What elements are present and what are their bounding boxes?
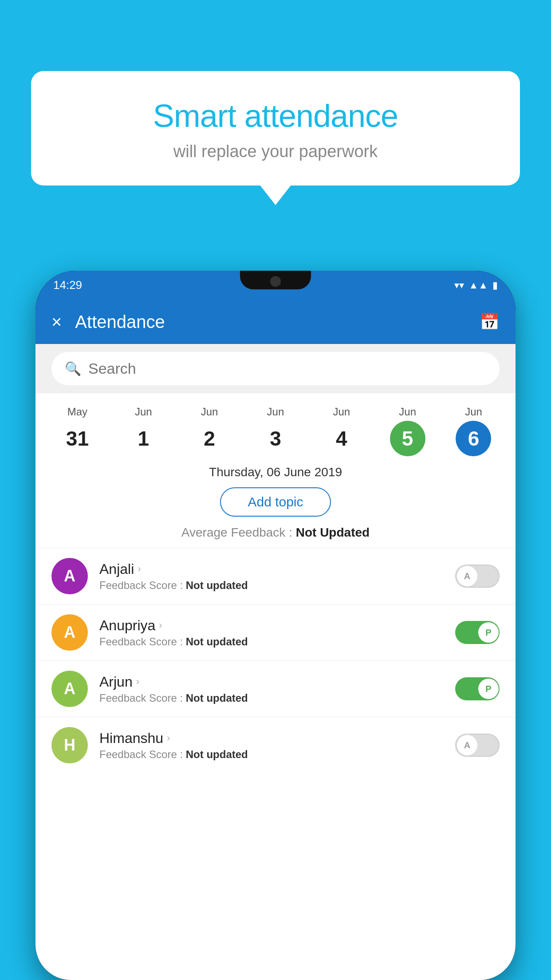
date-month: Jun <box>201 406 218 418</box>
attendance-toggle[interactable]: A <box>455 565 500 588</box>
student-name: Anjali› <box>99 561 455 577</box>
student-name-text: Anupriya <box>99 617 155 634</box>
phone-shell: 14:29 ▾▾ ▲▲ ▮ × Attendance 📅 🔍 May31Jun1… <box>35 271 516 980</box>
avg-feedback: Average Feedback : Not Updated <box>35 526 516 548</box>
date-cell[interactable]: Jun6 <box>456 406 491 456</box>
student-info: Himanshu›Feedback Score : Not updated <box>99 730 455 761</box>
student-name: Himanshu› <box>99 730 455 747</box>
attendance-toggle[interactable]: P <box>455 677 500 700</box>
app-bar: × Attendance 📅 <box>35 300 516 344</box>
date-number[interactable]: 2 <box>192 421 227 456</box>
selected-date-label: Thursday, 06 June 2019 <box>35 461 516 487</box>
add-topic-button[interactable]: Add topic <box>220 487 331 517</box>
avg-feedback-label: Average Feedback : <box>181 526 296 539</box>
date-month: Jun <box>267 406 284 418</box>
chevron-right-icon: › <box>159 620 162 631</box>
date-cell[interactable]: May31 <box>59 406 95 456</box>
student-item[interactable]: AAnupriya›Feedback Score : Not updatedP <box>35 604 516 660</box>
phone-notch <box>240 271 311 289</box>
student-item[interactable]: AArjun›Feedback Score : Not updatedP <box>35 660 516 717</box>
student-name: Anupriya› <box>99 617 455 634</box>
date-number[interactable]: 1 <box>126 421 161 456</box>
student-avatar: A <box>51 671 88 707</box>
toggle-knob: A <box>457 566 477 586</box>
avg-feedback-value: Not Updated <box>296 526 370 539</box>
date-month: Jun <box>135 406 152 418</box>
chevron-right-icon: › <box>167 732 170 744</box>
toggle-knob: P <box>478 679 499 699</box>
signal-icon: ▲▲ <box>468 280 488 291</box>
attendance-toggle[interactable]: P <box>455 621 500 644</box>
calendar-icon[interactable]: 📅 <box>480 312 500 331</box>
student-feedback: Feedback Score : Not updated <box>99 748 455 761</box>
student-name-text: Anjali <box>99 561 134 577</box>
date-number[interactable]: 3 <box>258 421 293 456</box>
close-button[interactable]: × <box>51 312 62 332</box>
date-month: Jun <box>333 406 350 418</box>
speech-bubble-subtitle: will replace your paperwork <box>53 142 498 161</box>
student-item[interactable]: AAnjali›Feedback Score : Not updatedA <box>35 548 516 604</box>
search-icon: 🔍 <box>65 361 81 376</box>
student-info: Anjali›Feedback Score : Not updated <box>99 561 455 592</box>
student-feedback: Feedback Score : Not updated <box>99 579 455 592</box>
date-month: Jun <box>399 406 416 418</box>
chevron-right-icon: › <box>138 563 141 575</box>
toggle-knob: A <box>457 735 477 755</box>
phone-screen: 🔍 May31Jun1Jun2Jun3Jun4Jun5Jun6 Thursday… <box>35 344 516 980</box>
date-cell[interactable]: Jun4 <box>324 406 359 456</box>
student-list: AAnjali›Feedback Score : Not updatedAAAn… <box>35 548 516 773</box>
date-month: May <box>67 406 87 418</box>
chevron-right-icon: › <box>136 676 139 688</box>
date-cell[interactable]: Jun3 <box>258 406 293 456</box>
student-item[interactable]: HHimanshu›Feedback Score : Not updatedA <box>35 717 516 773</box>
attendance-toggle[interactable]: A <box>455 734 500 757</box>
speech-bubble: Smart attendance will replace your paper… <box>31 71 520 186</box>
date-number[interactable]: 6 <box>456 421 491 456</box>
date-month: Jun <box>465 406 482 418</box>
wifi-icon: ▾▾ <box>454 280 464 291</box>
toggle-knob: P <box>478 622 499 643</box>
student-name-text: Arjun <box>99 674 133 690</box>
app-bar-title: Attendance <box>75 312 480 332</box>
date-cell[interactable]: Jun5 <box>390 406 425 456</box>
student-info: Arjun›Feedback Score : Not updated <box>99 674 455 704</box>
date-cell[interactable]: Jun2 <box>192 406 227 456</box>
battery-icon: ▮ <box>492 280 498 291</box>
search-bar[interactable]: 🔍 <box>51 352 500 385</box>
student-info: Anupriya›Feedback Score : Not updated <box>99 617 455 648</box>
student-feedback: Feedback Score : Not updated <box>99 636 455 648</box>
date-number[interactable]: 31 <box>59 421 95 456</box>
student-feedback: Feedback Score : Not updated <box>99 692 455 704</box>
search-bar-wrapper: 🔍 <box>35 344 516 393</box>
search-input[interactable] <box>88 360 486 377</box>
phone-notch-camera <box>270 276 281 287</box>
student-avatar: A <box>51 558 88 594</box>
student-name: Arjun› <box>99 674 455 690</box>
date-row: May31Jun1Jun2Jun3Jun4Jun5Jun6 <box>35 393 516 461</box>
status-icons: ▾▾ ▲▲ ▮ <box>454 280 498 291</box>
date-cell[interactable]: Jun1 <box>126 406 161 456</box>
student-avatar: A <box>51 614 88 651</box>
student-name-text: Himanshu <box>99 730 163 747</box>
speech-bubble-title: Smart attendance <box>53 98 498 134</box>
student-avatar: H <box>51 727 88 763</box>
date-number[interactable]: 4 <box>324 421 359 456</box>
date-number[interactable]: 5 <box>390 421 425 456</box>
status-time: 14:29 <box>53 278 82 292</box>
